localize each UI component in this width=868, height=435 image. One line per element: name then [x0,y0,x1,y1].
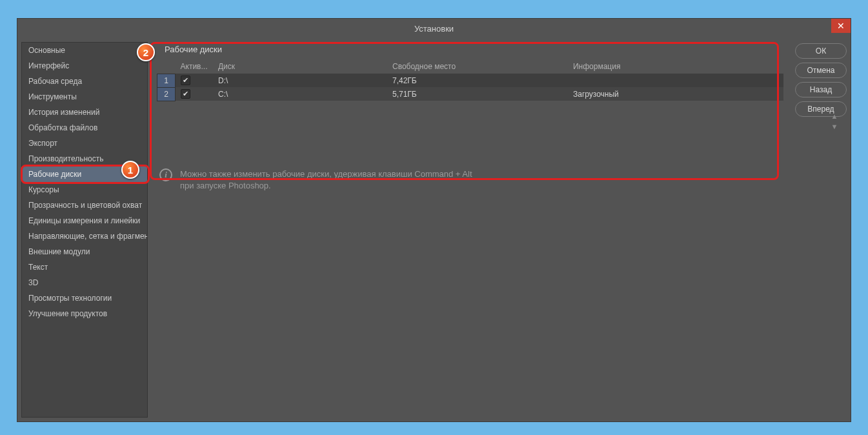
col-active: Актив... [176,59,213,74]
info-icon: i [159,168,172,181]
sidebar-item-performance[interactable]: Производительность [22,151,147,167]
dialog-buttons: ОК Отмена Назад Вперед [795,42,847,418]
sidebar-item-3d[interactable]: 3D [22,275,147,290]
hint-line2: при запуске Photoshop. [180,181,271,190]
disk-cell: C:\ [213,87,387,101]
titlebar: Установки ✕ [17,19,851,38]
close-button[interactable]: ✕ [831,19,851,33]
info-cell [568,74,783,87]
panel-title: Рабочие диски [152,42,789,59]
close-icon: ✕ [837,21,845,31]
sidebar-item-history[interactable]: История изменений [22,105,147,120]
col-disk: Диск [213,59,387,74]
sidebar-item-cursors[interactable]: Курсоры [22,182,147,197]
sidebar-item-filehandling[interactable]: Обработка файлов [22,120,147,136]
table-row[interactable]: 2 ✔ C:\ 5,71ГБ Загрузочный [157,87,783,101]
sidebar-item-product-improve[interactable]: Улучшение продуктов [22,306,147,321]
hint-line1: Можно также изменить рабочие диски, удер… [180,169,472,179]
row-number: 2 [157,87,176,101]
disk-cell: D:\ [213,74,387,87]
sidebar-item-guides[interactable]: Направляющие, сетка и фрагменты [22,228,147,244]
free-cell: 7,42ГБ [387,74,568,87]
category-sidebar: Основные Интерфейс Рабочая среда Инструм… [21,42,148,418]
move-down-button[interactable]: ▼ [830,122,839,131]
next-button[interactable]: Вперед [795,101,847,117]
prev-button[interactable]: Назад [795,82,847,97]
preferences-dialog: Установки ✕ Основные Интерфейс Рабочая с… [17,18,851,422]
sidebar-item-plugins[interactable]: Внешние модули [22,244,147,259]
col-free: Свободное место [387,59,568,74]
window-title: Установки [414,24,454,34]
sidebar-item-type[interactable]: Текст [22,259,147,275]
sidebar-item-transparency[interactable]: Прозрачность и цветовой охват [22,197,147,213]
sidebar-item-scratchdisks[interactable]: Рабочие диски [22,167,147,182]
col-info: Информация [568,59,783,74]
free-cell: 5,71ГБ [387,87,568,101]
ok-button[interactable]: ОК [795,43,847,59]
move-up-button[interactable]: ▲ [830,112,839,121]
info-hint: i Можно также изменить рабочие диски, уд… [152,158,789,202]
sidebar-item-interface[interactable]: Интерфейс [22,58,147,74]
sidebar-item-export[interactable]: Экспорт [22,136,147,151]
sidebar-item-tools[interactable]: Инструменты [22,89,147,105]
row-number: 1 [157,74,176,87]
sidebar-item-techpreview[interactable]: Просмотры технологии [22,290,147,306]
sidebar-item-general[interactable]: Основные [22,43,147,58]
content-panel: Рабочие диски Актив... Диск Свободное ме… [152,42,789,418]
sidebar-item-workspace[interactable]: Рабочая среда [22,74,147,89]
table-row[interactable]: 1 ✔ D:\ 7,42ГБ [157,74,783,87]
active-checkbox[interactable]: ✔ [181,76,190,85]
cancel-button[interactable]: Отмена [795,63,847,78]
active-checkbox[interactable]: ✔ [181,89,190,99]
scratch-disks-table: Актив... Диск Свободное место Информация… [157,59,783,101]
info-cell: Загрузочный [568,87,783,101]
sidebar-item-units[interactable]: Единицы измерения и линейки [22,213,147,228]
